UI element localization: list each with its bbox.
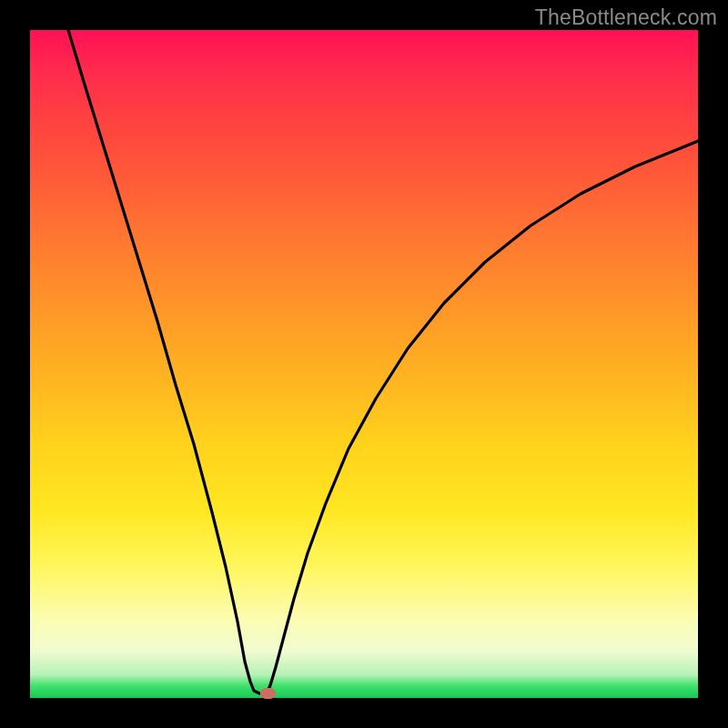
curve-left-branch xyxy=(68,30,259,693)
minimum-marker xyxy=(260,688,276,699)
chart-stage: TheBottleneck.com xyxy=(0,0,728,728)
bottleneck-curve xyxy=(30,30,698,698)
watermark-text: TheBottleneck.com xyxy=(535,5,717,30)
plot-area xyxy=(30,30,698,698)
curve-right-branch xyxy=(267,141,698,693)
